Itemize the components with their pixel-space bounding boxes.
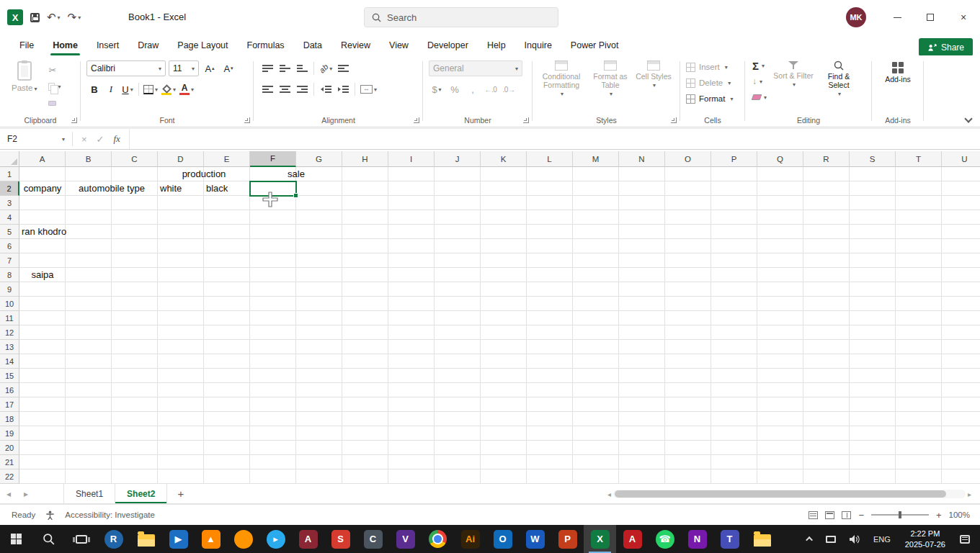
row-header-11[interactable]: 11 xyxy=(0,311,19,325)
row-header-5[interactable]: 5 xyxy=(0,225,19,239)
undo-button[interactable]: ↶▾ xyxy=(47,11,61,24)
row-header-18[interactable]: 18 xyxy=(0,412,19,426)
enter-button[interactable]: ✓ xyxy=(97,134,104,145)
cancel-button[interactable]: × xyxy=(81,134,87,145)
autosum-button[interactable]: Σ▾ xyxy=(749,58,770,73)
redo-button[interactable]: ↷▾ xyxy=(68,11,81,24)
column-header-q[interactable]: Q xyxy=(757,151,803,167)
column-header-f[interactable]: F xyxy=(250,151,296,167)
font-size-select[interactable]: 11▾ xyxy=(169,60,199,76)
column-header-r[interactable]: R xyxy=(803,151,850,167)
taskbar-search-button[interactable] xyxy=(32,525,65,553)
cell-B2[interactable]: automobile type xyxy=(66,181,158,196)
formula-input[interactable] xyxy=(129,129,980,149)
row-header-13[interactable]: 13 xyxy=(0,340,19,354)
row-header-9[interactable]: 9 xyxy=(0,282,19,297)
wrap-text-button[interactable] xyxy=(335,60,351,76)
increase-indent-button[interactable] xyxy=(335,81,351,97)
decrease-indent-button[interactable] xyxy=(318,81,334,97)
collapse-ribbon-button[interactable] xyxy=(964,114,972,122)
row-header-19[interactable]: 19 xyxy=(0,426,19,441)
ribbon-tab-formulas[interactable]: Formulas xyxy=(238,35,294,55)
taskbar-app-visual-studio[interactable]: V xyxy=(389,525,422,553)
zoom-out-button[interactable]: − xyxy=(858,510,864,521)
row-header-4[interactable]: 4 xyxy=(0,210,19,225)
ribbon-tab-insert[interactable]: Insert xyxy=(87,35,128,55)
accounting-format-button[interactable]: $▾ xyxy=(429,81,445,97)
ribbon-tab-data[interactable]: Data xyxy=(294,35,331,55)
increase-decimal-button[interactable]: ←.0 xyxy=(483,81,499,97)
column-header-b[interactable]: B xyxy=(66,151,112,167)
language-indicator[interactable]: ENG xyxy=(868,525,896,553)
italic-button[interactable]: I xyxy=(103,81,119,97)
cell-A5[interactable]: ran khodro xyxy=(19,225,66,239)
align-center-button[interactable] xyxy=(277,81,293,97)
taskbar-app-file-explorer[interactable] xyxy=(130,525,162,553)
taskbar-app-chrome[interactable] xyxy=(422,525,454,553)
taskbar-app-acrobat[interactable]: A xyxy=(616,525,649,553)
notification-center-button[interactable] xyxy=(954,525,976,553)
comma-style-button[interactable]: , xyxy=(465,81,481,97)
borders-button[interactable]: ▾ xyxy=(142,81,159,97)
format-as-table-button[interactable]: Format as Table ▾ xyxy=(587,58,633,99)
taskbar-app-media-player[interactable]: ▶ xyxy=(162,525,195,553)
font-dialog-launcher[interactable] xyxy=(244,117,250,123)
column-header-p[interactable]: P xyxy=(711,151,757,167)
styles-dialog-launcher[interactable] xyxy=(671,117,677,123)
cell-styles-button[interactable]: Cell Styles ▾ xyxy=(633,58,674,91)
row-header-7[interactable]: 7 xyxy=(0,253,19,268)
share-button[interactable]: Share xyxy=(919,38,973,56)
taskbar-app-outlook[interactable]: O xyxy=(486,525,519,553)
bold-button[interactable]: B xyxy=(86,81,102,97)
zoom-slider-thumb[interactable] xyxy=(899,511,901,518)
ribbon-tab-review[interactable]: Review xyxy=(331,35,380,55)
tray-device-button[interactable] xyxy=(820,525,842,553)
column-header-i[interactable]: I xyxy=(388,151,435,167)
cells-layer[interactable]: productionsalecompanyautomobile typewhit… xyxy=(19,167,980,484)
underline-button[interactable]: U▾ xyxy=(120,81,135,97)
column-header-a[interactable]: A xyxy=(19,151,66,167)
maximize-button[interactable] xyxy=(914,0,947,35)
column-header-k[interactable]: K xyxy=(481,151,527,167)
name-box[interactable]: F2 ▾ xyxy=(0,129,72,149)
find-select-button[interactable]: Find & Select ▾ xyxy=(817,58,860,104)
excel-app-icon[interactable]: X xyxy=(7,9,23,25)
column-header-j[interactable]: J xyxy=(435,151,481,167)
column-header-c[interactable]: C xyxy=(112,151,158,167)
column-header-m[interactable]: M xyxy=(573,151,619,167)
middle-align-button[interactable] xyxy=(277,60,293,76)
normal-view-button[interactable] xyxy=(808,511,818,519)
orientation-button[interactable]: ab▾ xyxy=(318,60,334,76)
insert-function-button[interactable]: fx xyxy=(114,133,120,145)
merge-center-button[interactable]: ↔▾ xyxy=(359,81,378,97)
select-all-button[interactable] xyxy=(0,151,19,167)
add-sheet-button[interactable]: + xyxy=(167,487,194,500)
alignment-dialog-launcher[interactable] xyxy=(414,117,419,123)
search-box[interactable]: Search xyxy=(364,7,558,27)
fill-handle[interactable] xyxy=(293,193,298,198)
fill-color-button[interactable]: ▾ xyxy=(160,81,177,97)
percent-style-button[interactable]: % xyxy=(447,81,463,97)
row-header-3[interactable]: 3 xyxy=(0,196,19,210)
ribbon-tab-power-pivot[interactable]: Power Pivot xyxy=(561,35,628,55)
row-header-20[interactable]: 20 xyxy=(0,441,19,455)
row-header-6[interactable]: 6 xyxy=(0,239,19,253)
cell-E2[interactable]: black xyxy=(204,181,250,196)
ribbon-tab-home[interactable]: Home xyxy=(43,35,87,55)
taskbar-app-app-a[interactable]: A xyxy=(292,525,324,553)
horizontal-scrollbar[interactable]: ◂ ▸ xyxy=(607,489,971,499)
taskbar-app-app-s[interactable]: S xyxy=(324,525,357,553)
taskbar-app-onenote[interactable]: N xyxy=(681,525,713,553)
column-header-n[interactable]: N xyxy=(619,151,665,167)
ribbon-tab-draw[interactable]: Draw xyxy=(128,35,168,55)
number-format-select[interactable]: General▾ xyxy=(429,60,522,76)
taskbar-app-folder-window[interactable] xyxy=(746,525,778,553)
paste-button[interactable]: Paste▾ xyxy=(6,60,43,110)
font-color-button[interactable]: A▾ xyxy=(178,81,195,97)
cell-D2[interactable]: white xyxy=(158,181,204,196)
ribbon-tab-developer[interactable]: Developer xyxy=(418,35,478,55)
taskbar-app-teams[interactable]: T xyxy=(713,525,746,553)
row-header-16[interactable]: 16 xyxy=(0,383,19,397)
row-header-14[interactable]: 14 xyxy=(0,354,19,369)
increase-font-size-button[interactable]: A▴ xyxy=(202,60,218,76)
